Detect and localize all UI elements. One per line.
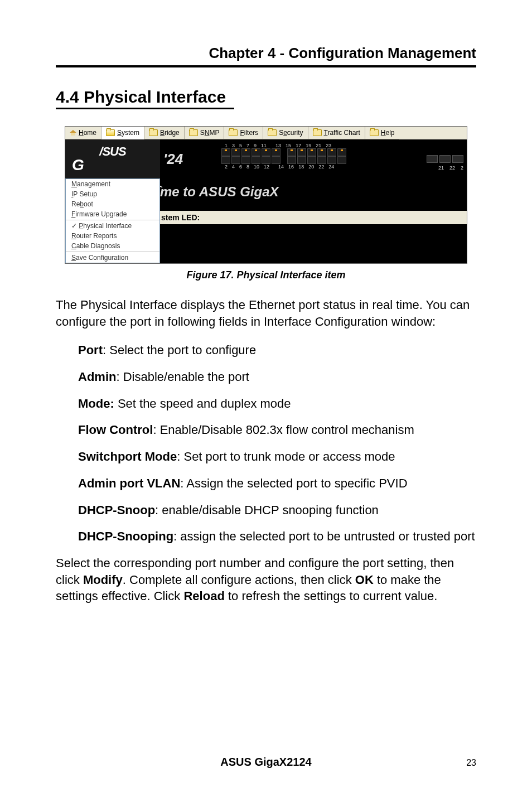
folder-icon <box>189 129 198 136</box>
param-admin-port-vlan: Admin port VLAN: Assign the selected por… <box>78 475 476 492</box>
dd-item-cable-diagnosis[interactable]: Cable Diagnosis <box>66 241 159 251</box>
dd-item-save-configuration[interactable]: Save Configuration <box>66 253 159 263</box>
brand-asus-text: /SUS <box>99 146 125 158</box>
menu-security-label: Security <box>279 129 303 137</box>
page-footer: ASUS GigaX2124 23 <box>56 756 476 769</box>
menu-traffic-chart-label: Traffic Chart <box>324 129 360 137</box>
port[interactable] <box>297 148 306 156</box>
port[interactable] <box>337 148 346 156</box>
port[interactable] <box>327 148 336 156</box>
home-icon <box>70 130 76 136</box>
ports-bottom-row <box>221 156 461 164</box>
model-label: '24 <box>163 151 183 168</box>
section-heading-underline <box>56 108 234 109</box>
param-dhcp-snooping: DHCP-Snooping: assign the selected port … <box>78 528 476 545</box>
brand-logo: /SUS G <box>65 139 160 178</box>
port[interactable] <box>272 148 280 156</box>
sfp-port[interactable] <box>439 155 451 163</box>
menu-home[interactable]: Home <box>65 127 101 139</box>
port[interactable] <box>317 156 326 164</box>
port[interactable] <box>241 156 250 164</box>
param-mode: Mode: Set the speed and duplex mode <box>78 395 476 412</box>
port[interactable] <box>221 148 230 156</box>
menu-snmp[interactable]: SNMP <box>185 127 225 139</box>
port[interactable] <box>287 148 296 156</box>
dd-item-management[interactable]: Management <box>66 179 159 189</box>
menu-system[interactable]: System <box>101 127 144 139</box>
menu-bar: Home System Bridge SNMP Filters Security <box>65 127 467 139</box>
port-numbers-bottom: 2 4 6 8 10 12 14 16 18 20 22 24 <box>225 164 461 170</box>
port[interactable] <box>317 148 326 156</box>
folder-icon <box>370 129 379 136</box>
dd-separator <box>66 252 159 252</box>
dd-item-ip-setup[interactable]: IP Setup <box>66 189 159 199</box>
menu-filters-label: Filters <box>240 129 258 137</box>
sfp-port[interactable] <box>452 155 463 163</box>
chapter-heading: Chapter 4 - Configuration Management <box>56 45 476 62</box>
port[interactable] <box>297 156 306 164</box>
footer-product: ASUS GigaX2124 <box>78 756 454 769</box>
port-strip: 1 3 5 7 9 11 13 15 17 19 21 23 <box>221 143 461 176</box>
parameter-list: Port: Select the port to configure Admin… <box>56 342 476 545</box>
dd-item-firmware-upgrade[interactable]: Firmware Upgrade <box>66 209 159 219</box>
port[interactable] <box>241 148 250 156</box>
param-flow-control: Flow Control: Enable/Disable 802.3x flow… <box>78 422 476 438</box>
port[interactable] <box>307 156 316 164</box>
dd-item-physical-interface[interactable]: Physical Interface <box>66 221 159 231</box>
port-numbers-top: 1 3 5 7 9 11 13 15 17 19 21 23 <box>225 143 461 148</box>
port[interactable] <box>221 156 230 164</box>
param-admin: Admin: Disable/enable the port <box>78 369 476 385</box>
port[interactable] <box>231 156 240 164</box>
footer-page-number: 23 <box>454 758 476 768</box>
system-led-label-fragment: stem LED: <box>160 211 467 224</box>
brand-g-text: G <box>72 158 84 172</box>
port[interactable] <box>272 156 280 164</box>
ports-top-row <box>221 148 461 156</box>
folder-icon <box>268 129 277 136</box>
menu-traffic-chart[interactable]: Traffic Chart <box>308 127 365 139</box>
menu-system-label: System <box>117 129 139 137</box>
menu-bridge[interactable]: Bridge <box>144 127 185 139</box>
figure-screenshot: Home System Bridge SNMP Filters Security <box>65 126 467 264</box>
param-dhcp-snoop: DHCP-Snoop: enable/disable DHCP snooping… <box>78 502 476 519</box>
dd-separator <box>66 220 159 220</box>
menu-help[interactable]: Help <box>365 127 399 139</box>
port[interactable] <box>252 148 260 156</box>
system-dropdown: Management IP Setup Reboot Firmware Upgr… <box>65 178 160 263</box>
menu-filters[interactable]: Filters <box>224 127 263 139</box>
dd-item-router-reports[interactable]: Router Reports <box>66 231 159 241</box>
dd-item-reboot[interactable]: Reboot <box>66 199 159 209</box>
figure-caption: Figure 17. Physical Interface item <box>56 269 476 281</box>
menu-help-label: Help <box>381 129 395 137</box>
section-heading: 4.4 Physical Interface <box>56 88 476 107</box>
chapter-rule <box>56 65 476 67</box>
port[interactable] <box>262 148 270 156</box>
sfp-ports <box>427 155 463 163</box>
port[interactable] <box>262 156 270 164</box>
folder-open-icon <box>106 129 115 136</box>
param-switchport-mode: Switchport Mode: Set port to trunk mode … <box>78 448 476 465</box>
menu-home-label: Home <box>79 129 96 137</box>
menu-security[interactable]: Security <box>263 127 308 139</box>
welcome-text-fragment: me to ASUS GigaX <box>160 184 278 200</box>
param-port: Port: Select the port to configure <box>78 342 476 359</box>
folder-icon <box>313 129 322 136</box>
port[interactable] <box>252 156 260 164</box>
sfp-port-numbers: 21 22 2 <box>438 165 463 171</box>
port[interactable] <box>337 156 346 164</box>
menu-snmp-label: SNMP <box>200 129 220 137</box>
switch-panel: '24 1 3 5 7 9 11 13 15 17 19 21 23 <box>160 139 467 263</box>
port[interactable] <box>307 148 316 156</box>
sfp-port[interactable] <box>427 155 438 163</box>
menu-bridge-label: Bridge <box>160 129 180 137</box>
folder-icon <box>149 129 158 136</box>
port[interactable] <box>231 148 240 156</box>
port[interactable] <box>327 156 336 164</box>
port[interactable] <box>287 156 296 164</box>
outro-paragraph: Select the corresponding port number and… <box>56 555 476 605</box>
folder-icon <box>229 129 238 136</box>
intro-paragraph: The Physical Interface displays the Ethe… <box>56 297 476 330</box>
